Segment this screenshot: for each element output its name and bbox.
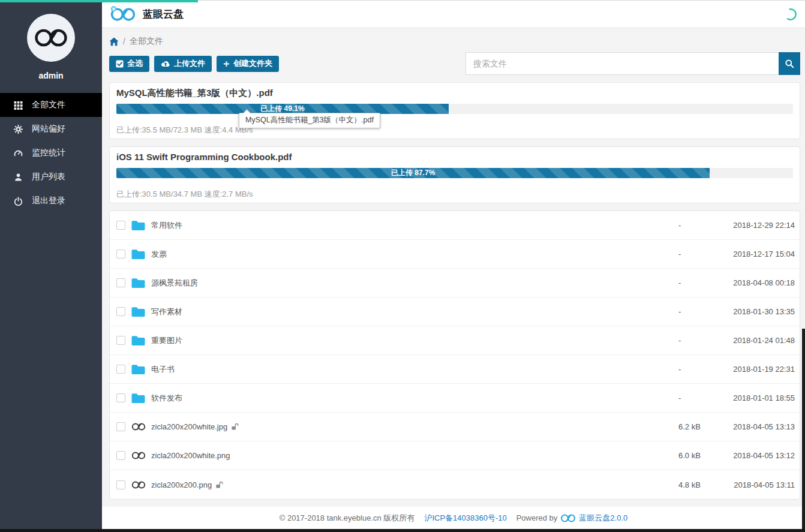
- file-name[interactable]: 重要图片: [151, 335, 182, 346]
- table-row[interactable]: zicla200x200.png 4.8 kB 2018-04-05 13:11: [110, 470, 800, 499]
- sidebar-item-label: 网站偏好: [32, 124, 65, 134]
- powered-by-text: Powered by: [516, 513, 558, 522]
- table-row[interactable]: 常用软件 - 2018-12-29 22:14: [110, 211, 800, 240]
- file-name[interactable]: zicla200x200white.jpg: [151, 422, 239, 431]
- app-header: 蓝眼云盘: [102, 0, 805, 28]
- row-checkbox[interactable]: [116, 278, 125, 287]
- table-row[interactable]: zicla200x200white.jpg 6.2 kB 2018-04-05 …: [110, 413, 800, 441]
- sidebar-item-site-preferences[interactable]: 网站偏好: [0, 117, 102, 141]
- copyright-text: © 2017-2018 tank.eyeblue.cn 版权所有: [280, 513, 415, 524]
- zicla-logo-icon: [131, 480, 146, 489]
- file-date: 2018-04-08 00:18: [701, 278, 795, 287]
- table-row[interactable]: 发票 - 2018-12-17 15:04: [110, 240, 800, 269]
- search-icon: [785, 59, 794, 68]
- upload-file-button[interactable]: 上传文件: [154, 56, 212, 72]
- sidebar-nav: 全部文件 网站偏好: [0, 93, 102, 213]
- bottom-edge-strip: [0, 529, 805, 532]
- sidebar-item-logout[interactable]: 退出登录: [0, 189, 102, 213]
- folder-icon: [131, 306, 146, 317]
- avatar: [27, 14, 75, 62]
- file-name[interactable]: 源枫景苑租房: [151, 278, 198, 288]
- file-name[interactable]: 发票: [151, 249, 167, 260]
- file-date: 2018-01-30 13:35: [701, 307, 795, 316]
- select-all-button[interactable]: 全选: [109, 56, 149, 72]
- gear-icon: [13, 125, 23, 134]
- grid-icon: [13, 101, 23, 110]
- powered-by: Powered by 蓝眼云盘2.0.0: [516, 513, 628, 524]
- zicla-logo-icon: [131, 451, 146, 460]
- sidebar-item-monitoring[interactable]: 监控统计: [0, 141, 102, 165]
- progress-track: 已上传 49.1%: [116, 104, 793, 114]
- footer-logo-icon: [560, 513, 576, 523]
- progress-fill: 已上传 87.7%: [116, 168, 710, 178]
- search-input[interactable]: [465, 52, 779, 75]
- sidebar-item-users[interactable]: 用户列表: [0, 165, 102, 189]
- file-name-text: zicla200x200white.jpg: [151, 422, 227, 431]
- row-checkbox[interactable]: [116, 422, 125, 431]
- upload-filename: iOS 11 Swift Programming Cookbook.pdf: [116, 151, 793, 163]
- file-name[interactable]: zicla200x200.png: [151, 480, 223, 489]
- breadcrumb: / 全部文件: [109, 35, 800, 47]
- row-checkbox[interactable]: [116, 336, 125, 345]
- upload-file-label: 上传文件: [174, 58, 205, 69]
- row-checkbox[interactable]: [116, 393, 125, 402]
- file-size: -: [678, 278, 701, 287]
- row-checkbox[interactable]: [116, 307, 125, 316]
- file-name[interactable]: 写作素材: [151, 306, 182, 317]
- footer: © 2017-2018 tank.eyeblue.cn 版权所有 沪ICP备14…: [102, 507, 805, 529]
- infinity-logo-icon: [34, 27, 68, 49]
- file-name[interactable]: 电子书: [151, 364, 175, 375]
- file-size: -: [678, 393, 701, 402]
- file-date: 2018-04-05 13:12: [701, 451, 795, 460]
- file-name-text: zicla200x200.png: [151, 480, 212, 489]
- table-row[interactable]: 电子书 - 2018-01-19 22:31: [110, 355, 800, 384]
- row-checkbox[interactable]: [116, 480, 125, 489]
- table-row[interactable]: 写作素材 - 2018-01-30 13:35: [110, 297, 800, 326]
- progress-track: 已上传 87.7%: [116, 168, 793, 178]
- upload-card: MySQL高性能书籍_第3版（中文）.pdf 已上传 49.1% 已上传:35.…: [109, 82, 800, 139]
- row-checkbox[interactable]: [116, 365, 125, 374]
- loading-spinner-icon: [783, 7, 798, 24]
- create-folder-button[interactable]: 创建文件夹: [217, 56, 279, 72]
- app-window: admin 全部文件: [0, 0, 805, 532]
- breadcrumb-separator: /: [123, 37, 125, 46]
- sidebar-item-label: 退出登录: [32, 196, 65, 206]
- product-version-link[interactable]: 蓝眼云盘2.0.0: [579, 513, 627, 524]
- username: admin: [0, 71, 102, 80]
- create-folder-label: 创建文件夹: [233, 58, 272, 69]
- main-area: 蓝眼云盘 / 全部文件: [102, 0, 805, 532]
- sidebar-item-label: 监控统计: [32, 148, 65, 158]
- user-icon: [13, 173, 23, 182]
- unlock-icon: [231, 423, 239, 431]
- file-name[interactable]: 常用软件: [151, 220, 182, 231]
- plus-icon: [223, 61, 230, 67]
- row-checkbox[interactable]: [116, 250, 125, 259]
- file-size: 6.0 kB: [678, 451, 701, 460]
- file-date: 2018-01-01 18:55: [701, 393, 795, 402]
- home-icon[interactable]: [109, 37, 119, 46]
- upload-filename: MySQL高性能书籍_第3版（中文）.pdf: [116, 87, 793, 98]
- file-name[interactable]: zicla200x200white.png: [151, 451, 230, 460]
- file-size: -: [678, 307, 701, 316]
- table-row[interactable]: 重要图片 - 2018-01-24 01:48: [110, 326, 800, 355]
- file-name[interactable]: 软件发布: [151, 393, 182, 404]
- search-button[interactable]: [779, 52, 800, 75]
- icp-link[interactable]: 沪ICP备14038360号-10: [424, 513, 506, 524]
- upload-stats: 已上传:35.5 MB/72.3 MB 速度:4.4 MB/s: [116, 125, 793, 134]
- upload-stats: 已上传:30.5 MB/34.7 MB 速度:2.7 MB/s: [116, 190, 793, 199]
- table-row[interactable]: 源枫景苑租房 - 2018-04-08 00:18: [110, 269, 800, 297]
- unlock-icon: [215, 481, 223, 489]
- page-title: 蓝眼云盘: [143, 7, 184, 21]
- folder-icon: [131, 364, 146, 375]
- table-row[interactable]: 软件发布 - 2018-01-01 18:55: [110, 384, 800, 413]
- row-checkbox[interactable]: [116, 451, 125, 460]
- sidebar: admin 全部文件: [0, 0, 102, 529]
- file-size: 4.8 kB: [678, 480, 701, 489]
- file-date: 2018-12-17 15:04: [701, 250, 795, 259]
- table-row[interactable]: zicla200x200white.png 6.0 kB 2018-04-05 …: [110, 441, 800, 470]
- file-size: 6.2 kB: [678, 422, 701, 431]
- sidebar-item-all-files[interactable]: 全部文件: [0, 93, 102, 117]
- sidebar-item-label: 全部文件: [32, 100, 65, 110]
- row-checkbox[interactable]: [116, 221, 125, 230]
- breadcrumb-current: 全部文件: [130, 36, 163, 47]
